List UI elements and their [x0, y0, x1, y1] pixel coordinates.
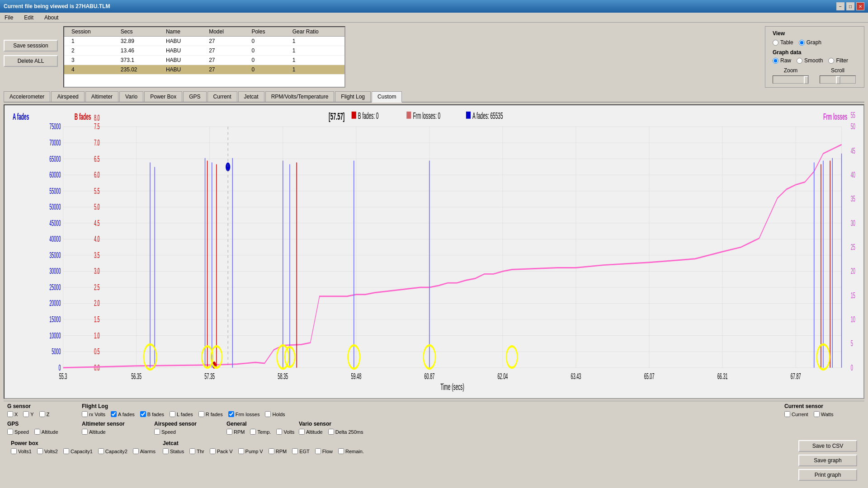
- svg-text:30: 30: [851, 218, 855, 227]
- speed-checkbox[interactable]: [7, 429, 13, 435]
- maximize-button[interactable]: □: [846, 2, 854, 10]
- lfades-checkbox[interactable]: [170, 411, 175, 417]
- table-row[interactable]: 213.46HABU2701: [64, 46, 344, 56]
- rpm-checkbox[interactable]: [226, 429, 232, 435]
- rfades-checkbox[interactable]: [198, 411, 204, 417]
- svg-text:A fades: A fades: [13, 112, 29, 121]
- gsensor-x-checkbox[interactable]: [7, 411, 13, 417]
- remain-checkbox[interactable]: [338, 448, 344, 454]
- capacity1-checkbox[interactable]: [63, 448, 69, 454]
- delete-all-button[interactable]: Delete ALL: [4, 55, 58, 67]
- pumpv-checkbox[interactable]: [238, 448, 244, 454]
- current-checkbox[interactable]: [784, 411, 790, 417]
- thr-checkbox[interactable]: [189, 448, 195, 454]
- afades-checkbox[interactable]: [111, 411, 117, 417]
- tab-accelerometer[interactable]: Accelerometer: [4, 91, 50, 102]
- tab-jetcat[interactable]: Jetcat: [238, 91, 264, 102]
- save-session-button[interactable]: Save sesssion: [4, 40, 58, 52]
- current-sensor-checkboxes: Current Watts: [784, 411, 861, 417]
- menu-edit[interactable]: Edit: [21, 14, 36, 22]
- svg-text:4.0: 4.0: [94, 235, 100, 244]
- zoom-slider-track[interactable]: [773, 75, 809, 84]
- rxvolts-checkbox[interactable]: [82, 411, 88, 417]
- svg-text:35000: 35000: [49, 250, 61, 259]
- tab-flight-log[interactable]: Flight Log: [335, 91, 371, 102]
- table-row[interactable]: 4235.02HABU2701: [64, 65, 344, 75]
- general-group: General RPM Temp. Volts: [226, 421, 299, 435]
- jetcat-status-checkbox[interactable]: [163, 448, 169, 454]
- delta-checkbox[interactable]: [328, 429, 334, 435]
- watts-checkbox[interactable]: [814, 411, 820, 417]
- tab-vario[interactable]: Vario: [119, 91, 143, 102]
- svg-text:40000: 40000: [49, 235, 61, 244]
- tab-current[interactable]: Current: [208, 91, 237, 102]
- graph-container: 0 5000 10000 15000 20000 25000 30000 350…: [4, 104, 864, 399]
- tab-gps[interactable]: GPS: [183, 91, 206, 102]
- vario-alt-checkbox[interactable]: [299, 429, 305, 435]
- raw-radio[interactable]: [773, 58, 778, 64]
- svg-text:10: 10: [851, 315, 855, 324]
- scroll-slider-track[interactable]: [820, 75, 856, 84]
- smooth-radio[interactable]: [797, 58, 802, 64]
- minimize-button[interactable]: −: [836, 2, 844, 10]
- filter-radio[interactable]: [828, 58, 834, 64]
- print-graph-button[interactable]: Print graph: [798, 469, 857, 481]
- airspeed-speed-checkbox[interactable]: [154, 429, 160, 435]
- powerbox-checkboxes: Volts1 Volts2 Capacity1 Capacity2 Alarms: [11, 448, 156, 454]
- svg-text:2.0: 2.0: [94, 299, 100, 308]
- svg-text:7.5: 7.5: [94, 122, 100, 131]
- buttons-col: Save sesssion Delete ALL: [4, 26, 58, 88]
- scroll-slider-thumb[interactable]: [836, 76, 840, 84]
- bfades-checkbox[interactable]: [140, 411, 146, 417]
- tab-altimeter[interactable]: Altimeter: [85, 91, 118, 102]
- svg-text:63.43: 63.43: [571, 372, 581, 381]
- airspeed-title: Airspeed sensor: [154, 421, 226, 427]
- smooth-label: Smooth: [804, 57, 823, 64]
- frmlosses-checkbox[interactable]: [228, 411, 234, 417]
- vario-title: Vario sensor: [299, 421, 376, 427]
- close-button[interactable]: ✕: [856, 2, 864, 10]
- table-radio[interactable]: [773, 40, 778, 46]
- tab-airspeed[interactable]: Airspeed: [51, 91, 84, 102]
- bottom-section: G sensor X Y Z Flight Log rx Volts A fad…: [4, 401, 864, 436]
- svg-text:15: 15: [851, 291, 855, 300]
- graph-radio[interactable]: [799, 40, 805, 46]
- gsensor-y-checkbox[interactable]: [23, 411, 29, 417]
- volts-checkbox[interactable]: [276, 429, 282, 435]
- egt-checkbox[interactable]: [292, 448, 298, 454]
- save-to-csv-button[interactable]: Save to CSV: [798, 440, 857, 452]
- general-title: General: [226, 421, 299, 427]
- tab-rpm-volts-temperature[interactable]: RPM/Volts/Temperature: [265, 91, 335, 102]
- menu-about[interactable]: About: [42, 14, 61, 22]
- capacity2-checkbox[interactable]: [98, 448, 104, 454]
- save-graph-button[interactable]: Save graph: [798, 455, 857, 466]
- svg-text:Time (secs): Time (secs): [440, 382, 464, 392]
- menu-file[interactable]: File: [2, 14, 16, 22]
- volts1-checkbox[interactable]: [11, 448, 17, 454]
- flow-checkbox[interactable]: [315, 448, 321, 454]
- jetcat-rpm-checkbox[interactable]: [269, 448, 274, 454]
- gsensor-z-checkbox[interactable]: [39, 411, 45, 417]
- tab-custom[interactable]: Custom: [372, 91, 402, 103]
- col-session: Session: [64, 27, 113, 37]
- tab-power-box[interactable]: Power Box: [144, 91, 182, 102]
- table-radio-row: Table: [773, 39, 793, 46]
- session-table: Session Secs Name Model Poles Gear Ratio…: [64, 27, 344, 75]
- altitude-checkbox[interactable]: [34, 429, 40, 435]
- alt-altitude-checkbox[interactable]: [82, 429, 88, 435]
- flight-log-group: Flight Log rx Volts A fades B fades L fa…: [78, 401, 781, 419]
- table-row[interactable]: 3373.1HABU2701: [64, 56, 344, 65]
- main-content: Save sesssion Delete ALL Session Secs Na…: [0, 23, 868, 488]
- temp-checkbox[interactable]: [250, 429, 256, 435]
- svg-text:57.35: 57.35: [204, 372, 215, 381]
- packv-checkbox[interactable]: [210, 448, 216, 454]
- volts2-checkbox[interactable]: [37, 448, 43, 454]
- table-row[interactable]: 132.89HABU2701: [64, 37, 344, 46]
- holds-checkbox[interactable]: [265, 411, 271, 417]
- svg-text:40: 40: [851, 170, 855, 179]
- alarms-checkbox[interactable]: [133, 448, 139, 454]
- zoom-scroll: Zoom Scroll: [773, 67, 857, 84]
- svg-text:67.87: 67.87: [791, 372, 801, 381]
- svg-text:45: 45: [851, 146, 855, 155]
- zoom-slider-thumb[interactable]: [804, 76, 808, 84]
